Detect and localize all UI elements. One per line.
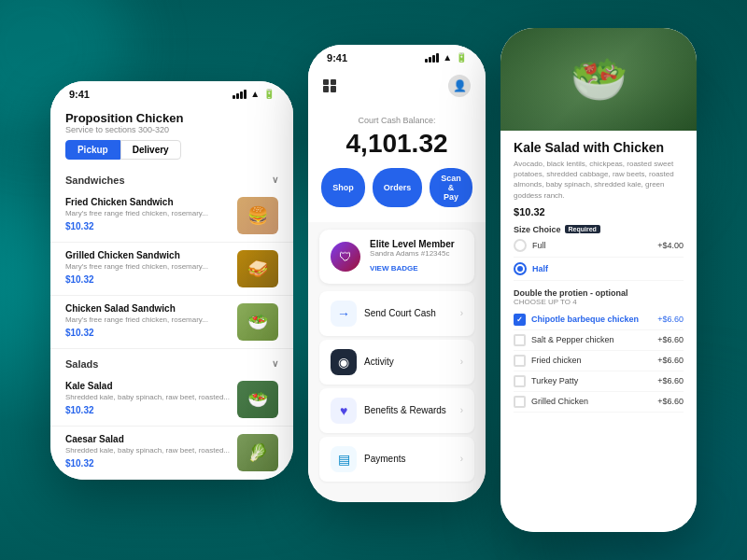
wallet-header: 👤 [308, 67, 486, 105]
payments-icon: ▤ [331, 446, 357, 472]
pickup-button[interactable]: Pickup [65, 140, 120, 160]
scan-pay-button[interactable]: Scan & Pay [430, 168, 472, 207]
size-half-radio[interactable] [514, 262, 527, 275]
status-icons-1: ▲ 🔋 [233, 89, 275, 99]
send-cash-label: Send Court Cash [364, 308, 453, 318]
activity-icon: ◉ [331, 349, 357, 375]
list-item[interactable]: Chicken Salad Sandwich Mary's free range… [50, 296, 293, 349]
wifi-icon-2: ▲ [443, 52, 452, 63]
food-hero-image: 🥗 [500, 28, 697, 131]
signal-icon-2 [425, 53, 439, 63]
size-full-option[interactable]: Full +$4.00 [514, 234, 684, 258]
protein-chipotle-checkbox[interactable]: ✓ [514, 314, 526, 326]
item-desc: Mary's free range fried chicken, rosemar… [65, 209, 230, 218]
benefits-icon: ♥ [331, 398, 357, 424]
payments-item[interactable]: ▤ Payments › [319, 437, 474, 482]
member-name: Sandra Adams #12345c [370, 249, 463, 258]
status-icons-2: ▲ 🔋 [425, 52, 467, 63]
list-item[interactable]: Caesar Salad Shredded kale, baby spinach… [50, 427, 293, 480]
payments-label: Payments [364, 454, 453, 464]
protein-salt-checkbox[interactable] [514, 334, 526, 346]
pickup-delivery-toggle[interactable]: Pickup Delivery [65, 140, 278, 160]
protein-turkey-label: Turkey Patty [531, 376, 578, 385]
list-item[interactable]: Grilled Chicken Sandwich Mary's free ran… [50, 243, 293, 296]
item-desc: Mary's free range fried chicken, rosemar… [65, 262, 230, 272]
item-price: $10.32 [65, 221, 230, 231]
send-cash-icon: → [331, 301, 357, 327]
item-name: Grilled Chicken Sandwich [65, 250, 230, 260]
balance-label: Court Cash Balance: [323, 116, 471, 125]
delivery-button[interactable]: Delivery [120, 140, 181, 160]
member-badge-icon: 🛡 [331, 242, 360, 272]
protein-grilled-checkbox[interactable] [514, 396, 526, 408]
protein-grilled-label: Grilled Chicken [531, 397, 588, 406]
item-desc: Mary's free range fried chicken, rosemar… [65, 315, 230, 325]
battery-icon: 🔋 [263, 89, 275, 99]
app-title: Proposition Chicken [65, 111, 278, 125]
detail-title: Kale Salad with Chicken [514, 140, 684, 155]
protein-subtitle: CHOOSE UP TO 4 [514, 298, 684, 306]
salads-section-header[interactable]: Salads ∨ [50, 349, 293, 373]
protein-turkey-price: +$6.60 [657, 376, 684, 385]
wallet-action-buttons: Shop Orders Scan & Pay [323, 168, 471, 207]
send-court-cash-item[interactable]: → Send Court Cash › [319, 291, 474, 336]
item-image: 🍔 [237, 197, 278, 234]
salads-chevron-icon: ∨ [272, 358, 278, 369]
protein-salt-option[interactable]: Salt & Pepper chicken +$6.60 [514, 330, 684, 351]
balance-amount: 4,101.32 [323, 129, 471, 159]
item-price: $10.32 [65, 328, 230, 338]
item-name: Fried Chicken Sandwich [65, 197, 230, 207]
salads-label: Salads [65, 358, 98, 370]
size-full-label: Full [532, 241, 546, 250]
protein-salt-label: Salt & Pepper chicken [531, 335, 614, 344]
item-name: Caesar Salad [65, 434, 230, 444]
benefits-chevron-icon: › [460, 405, 463, 415]
protein-fried-checkbox[interactable] [514, 355, 526, 367]
item-price: $10.32 [65, 274, 230, 285]
sandwiches-section-header[interactable]: Sandwiches ∨ [50, 165, 293, 189]
status-time-1: 9:41 [69, 89, 90, 100]
shop-button[interactable]: Shop [321, 168, 365, 207]
item-image: 🥗 [237, 381, 278, 418]
size-half-option[interactable]: Half [514, 258, 684, 281]
protein-chipotle-label: Chipotle barbeque chicken [531, 315, 639, 324]
protein-turkey-checkbox[interactable] [514, 375, 526, 387]
status-time-2: 9:41 [327, 52, 347, 63]
size-choice-label: Size Choice [514, 225, 561, 234]
grid-menu-icon[interactable] [323, 79, 336, 92]
detail-price: $10.32 [514, 206, 684, 217]
item-image: 🥬 [237, 434, 278, 471]
item-name: Kale Salad [65, 381, 230, 391]
protein-fried-option[interactable]: Fried chicken +$6.60 [514, 351, 684, 371]
sandwiches-chevron-icon: ∨ [272, 175, 278, 185]
activity-chevron-icon: › [460, 357, 463, 367]
protein-fried-label: Fried chicken [531, 356, 582, 365]
list-item[interactable]: Kale Salad Shredded kale, baby spinach, … [50, 373, 293, 427]
protein-turkey-option[interactable]: Turkey Patty +$6.60 [514, 371, 684, 392]
item-name: Chicken Salad Sandwich [65, 303, 230, 314]
avatar[interactable]: 👤 [448, 75, 471, 97]
protein-title: Double the protien - optional [514, 288, 628, 298]
protein-fried-price: +$6.60 [657, 356, 684, 365]
protein-grilled-option[interactable]: Grilled Chicken +$6.60 [514, 392, 684, 413]
list-item[interactable]: Fried Chicken Sandwich Mary's free range… [50, 189, 293, 243]
size-choice-section: Size Choice Required Full +$4.00 [514, 225, 684, 281]
item-price: $10.32 [65, 458, 230, 469]
item-desc: Shredded kale, baby spinach, raw beet, r… [65, 446, 230, 455]
protein-chipotle-price: +$6.60 [657, 315, 684, 324]
orders-button[interactable]: Orders [373, 168, 423, 207]
size-half-label: Half [532, 264, 548, 273]
view-badge-button[interactable]: VIEW BADGE [370, 264, 418, 273]
protein-chipotle-option[interactable]: ✓ Chipotle barbeque chicken +$6.60 [514, 310, 684, 330]
size-full-radio[interactable] [514, 239, 527, 252]
item-desc: Shredded kale, baby spinach, raw beet, r… [65, 393, 230, 402]
benefits-rewards-item[interactable]: ♥ Benefits & Rewards › [319, 388, 474, 433]
phone-detail: 🥗 9:41 ▲ 🔋 Kale Salad with Chicken Avoca… [500, 28, 697, 532]
member-card: 🛡 Elite Level Member Sandra Adams #12345… [319, 230, 474, 284]
item-price: $10.32 [65, 405, 230, 415]
status-bar-1: 9:41 ▲ 🔋 [50, 81, 293, 104]
activity-item[interactable]: ◉ Activity › [319, 340, 474, 385]
detail-content: Kale Salad with Chicken Avocado, black l… [500, 131, 697, 429]
protein-grilled-price: +$6.60 [657, 397, 684, 406]
battery-icon-2: 🔋 [456, 52, 467, 63]
